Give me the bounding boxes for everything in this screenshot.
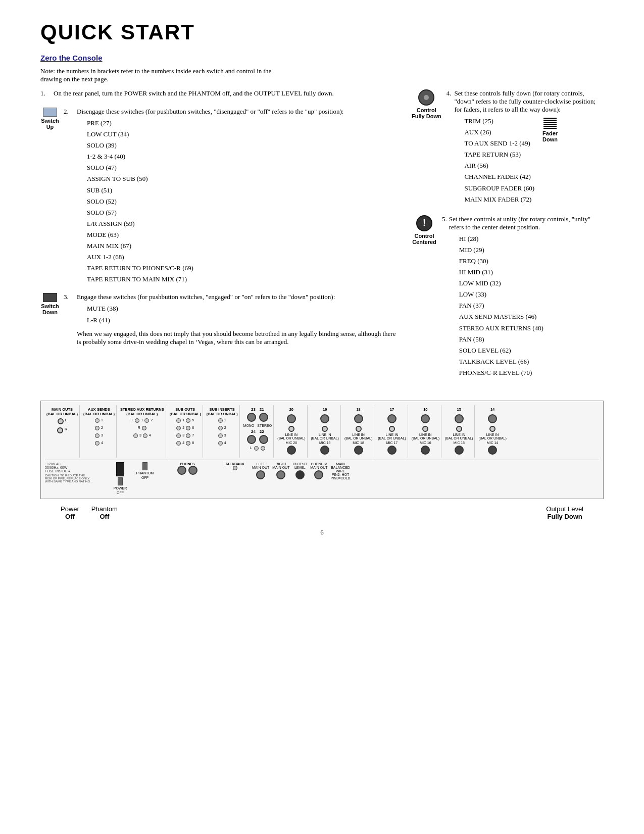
step-2-list: PRE (27) LOW CUT (34) SOLO (39) 1-2 & 3-… [87, 118, 397, 285]
step-5-list: HI (28) MID (29) FREQ (30) HI MID (31) L… [459, 233, 604, 378]
jack [422, 426, 428, 432]
diagram-sub-outs: SUB OUTS(BAL OR UNBAL) 1 5 2 6 3 [168, 405, 203, 458]
diagram-aux-sends: AUX SENDS(BAL OR UNBAL) 1 2 3 4 [82, 405, 117, 458]
diagram-main-outs: MAIN OUTS(BAL OR UNBAL) L R [45, 405, 80, 458]
diagram-ch14: 14 LINE IN(BAL OR UNBAL) MIC 14 [477, 405, 508, 458]
list-item: PAN (58) [459, 334, 604, 345]
step-4-intro: Set these controls fully down (for rotar… [454, 89, 604, 114]
control-fully-down-icon [418, 89, 434, 106]
jack [288, 426, 294, 432]
section-title: Zero the Console [40, 54, 604, 62]
jack [176, 418, 181, 423]
main-layout: 1. On the rear panel, turn the POWER swi… [40, 89, 604, 388]
jack [322, 426, 328, 432]
step-4: Control Fully Down 4. Set these controls… [412, 89, 604, 205]
list-item: STEREO AUX RETURNS (48) [459, 323, 604, 334]
knob [421, 414, 430, 423]
step-3-num: 3. [64, 293, 73, 301]
jack [176, 433, 181, 438]
main-outs-label: MAIN OUTS(BAL OR UNBAL) [46, 407, 78, 416]
jack [95, 433, 100, 438]
list-item: MAIN MIX FADER (72) [464, 194, 534, 205]
list-item: MUTE (38) [87, 303, 397, 314]
jack [186, 426, 190, 430]
step-5-intro: Set these controls at unity (for rotary … [449, 215, 604, 231]
power-label-item: Power Off [61, 505, 79, 520]
knob [354, 414, 363, 423]
knob [421, 446, 430, 455]
knob [488, 414, 497, 423]
jack [95, 426, 100, 430]
list-item: LOW MID (32) [459, 278, 604, 289]
output-label-item: Output Level Fully Down [546, 505, 583, 520]
step-5: ! Control Centered 5. Set these controls… [412, 215, 604, 378]
list-item: TAPE RETURN (53) [464, 149, 534, 160]
output-level-knob [295, 470, 305, 479]
list-item: TALKBACK LEVEL (66) [459, 356, 604, 367]
power-warning-label: ~120V AC50/60Hz, 60WFUSE INSIDE ♦ CAUTIO… [45, 462, 106, 483]
jack [389, 426, 395, 432]
diagram-ch16: 16 LINE IN(BAL OR UNBAL) MIC 16 [410, 405, 441, 458]
step-3-extra: When we say engaged, this does not imply… [77, 330, 397, 346]
talkback-area: TALKBACK [220, 462, 250, 470]
step-5-content: Set these controls at unity (for rotary … [449, 215, 604, 378]
control-centered-label-top: Control [414, 233, 434, 239]
list-item: TRIM (25) [464, 116, 534, 127]
switch-down-label-top: Switch [41, 303, 59, 309]
list-item: L/R ASSIGN (59) [87, 218, 397, 229]
jack [135, 418, 139, 423]
step-2-content: Disengage these switches (for pushbutton… [77, 108, 397, 285]
power-label-group: Power Off Phantom Off [61, 505, 118, 520]
fader-label: Fader Down [542, 130, 558, 142]
jack [176, 426, 181, 430]
list-item: MAIN MIX (67) [87, 240, 397, 252]
list-item: ASSIGN TO SUB (50) [87, 173, 397, 184]
page-number: 6 [40, 528, 604, 536]
power-label-text: Power [61, 505, 79, 513]
step-2: Switch Up 2. Disengage these switches (f… [40, 108, 397, 285]
switch-up-label-top: Switch [41, 118, 59, 124]
list-item: LOW (33) [459, 289, 604, 300]
step-1-content: On the rear panel, turn the POWER switch… [54, 89, 397, 100]
output-meters-area: LEFTMAIN OUT RIGHTMAIN OUT OUTPUTLEVEL P… [252, 462, 599, 481]
list-item: FREQ (30) [459, 256, 604, 267]
list-item: HI (28) [459, 233, 604, 244]
step-4-num: 4. [447, 89, 452, 97]
list-item: MID (29) [459, 244, 604, 256]
phantom-label-item: Phantom Off [91, 505, 118, 520]
diagram-ch17: 17 LINE IN(BAL OR UNBAL) MIC 17 [376, 405, 408, 458]
phones-knob [177, 466, 186, 475]
jack [218, 433, 223, 438]
phones-knob-2 [188, 466, 197, 475]
list-item: TAPE RETURN TO MAIN MIX (71) [87, 274, 397, 285]
knob [259, 435, 268, 444]
jack [144, 418, 149, 423]
diagram-sub-inserts: SUB INSERTS(BAL OR UNBAL) 1 2 3 4 [205, 405, 240, 458]
control-label-bottom: Fully Down [412, 113, 441, 119]
switch-down-label-bottom: Down [42, 309, 58, 315]
jack [186, 418, 190, 423]
knob [259, 413, 268, 422]
switch-up-icon [43, 108, 57, 117]
list-item: AUX SEND MASTERS (46) [459, 311, 604, 322]
step-3-intro: Engage these switches (for pushbutton sw… [77, 293, 397, 301]
power-switch-area: POWER OFF [108, 462, 133, 495]
fader-visual: Fader Down [542, 118, 558, 142]
jack [218, 418, 223, 423]
list-item: PAN (37) [459, 300, 604, 311]
step-4-content: Set these controls fully down (for rotar… [454, 89, 604, 205]
jack [142, 426, 146, 430]
step-1-num: 1. [40, 89, 49, 97]
jack [176, 441, 181, 446]
jack [186, 433, 190, 438]
list-item: PRE (27) [87, 118, 397, 129]
list-item: LOW CUT (34) [87, 129, 397, 140]
knob [488, 446, 497, 455]
diagram-stereo-aux: STEREO AUX RETURNS(BAL OR UNBAL) L 1 2 R… [119, 405, 166, 458]
sub-inserts-label: SUB INSERTS(BAL OR UNBAL) [207, 407, 238, 416]
jack [95, 418, 100, 423]
bottom-labels: Power Off Phantom Off Output Level Fully… [40, 505, 604, 520]
list-item: PHONES/C-R LEVEL (70) [459, 367, 604, 378]
knob [320, 414, 329, 423]
phones-area: PHONES [157, 462, 218, 475]
